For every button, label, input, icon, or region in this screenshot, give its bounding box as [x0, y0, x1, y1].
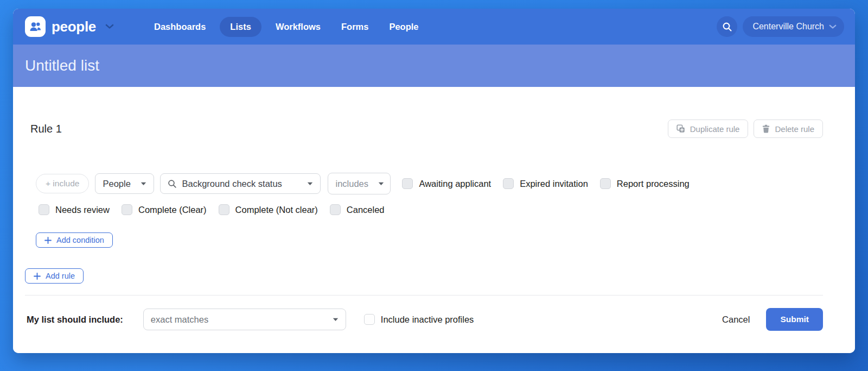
brand[interactable]: people — [25, 16, 114, 37]
condition-row-2: Needs review Complete (Clear) Complete (… — [36, 204, 833, 215]
app-window: people Dashboards Lists Workflows Forms … — [13, 9, 855, 353]
list-footer: My list should include: exact matches In… — [25, 295, 823, 331]
app-wordmark: people — [52, 18, 96, 35]
chevron-down-icon[interactable] — [105, 24, 114, 29]
chevron-down-icon — [378, 182, 384, 186]
operator-select[interactable]: includes — [328, 173, 391, 194]
submit-button[interactable]: Submit — [766, 308, 823, 331]
top-navigation: people Dashboards Lists Workflows Forms … — [13, 9, 855, 45]
delete-rule-label: Delete rule — [775, 124, 814, 134]
option-needs-review[interactable]: Needs review — [39, 204, 110, 215]
search-icon — [168, 179, 177, 188]
duplicate-icon — [676, 124, 685, 133]
nav-right-controls: Centerville Church — [717, 16, 844, 37]
nav-item-workflows[interactable]: Workflows — [269, 17, 327, 37]
search-icon — [722, 22, 732, 32]
add-condition-button[interactable]: Add condition — [36, 232, 113, 248]
duplicate-rule-button[interactable]: Duplicate rule — [668, 120, 749, 138]
add-rule-label: Add rule — [46, 272, 75, 280]
nav-item-people[interactable]: People — [382, 17, 425, 37]
option-report-processing[interactable]: Report processing — [600, 178, 690, 189]
organization-name: Centerville Church — [752, 22, 824, 32]
condition: + include People Background check status — [36, 173, 833, 215]
option-complete-not-clear[interactable]: Complete (Not clear) — [219, 204, 318, 215]
entity-value: People — [103, 179, 130, 189]
option-expired-invitation[interactable]: Expired invitation — [503, 178, 588, 189]
primary-nav: Dashboards Lists Workflows Forms People — [148, 17, 425, 37]
plus-icon — [44, 237, 52, 244]
match-type-value: exact matches — [151, 315, 208, 325]
entity-select[interactable]: People — [95, 173, 154, 194]
field-select[interactable]: Background check status — [160, 173, 321, 194]
match-type-select[interactable]: exact matches — [143, 309, 346, 330]
checkbox[interactable] — [364, 314, 375, 325]
checkbox[interactable] — [503, 178, 514, 189]
plus-icon — [34, 273, 41, 280]
chevron-down-icon — [829, 24, 837, 29]
people-app-logo-icon — [25, 16, 46, 37]
delete-rule-button[interactable]: Delete rule — [754, 120, 823, 138]
page-title: Untitled list — [25, 57, 99, 74]
rule-actions: Duplicate rule Delete rule — [668, 120, 823, 138]
nav-item-dashboards[interactable]: Dashboards — [148, 17, 212, 37]
trash-icon — [762, 124, 770, 133]
cancel-button[interactable]: Cancel — [720, 310, 752, 329]
chevron-down-icon — [333, 318, 339, 322]
option-complete-clear[interactable]: Complete (Clear) — [122, 204, 207, 215]
checkbox[interactable] — [330, 204, 341, 215]
list-include-label: My list should include: — [27, 315, 123, 325]
option-awaiting-applicant[interactable]: Awaiting applicant — [402, 178, 491, 189]
list-rules-editor: Rule 1 Duplicate rule — [13, 87, 855, 353]
rule-title: Rule 1 — [30, 123, 62, 135]
rule-header: Rule 1 Duplicate rule — [30, 120, 823, 138]
chevron-down-icon — [141, 182, 146, 186]
add-condition-label: Add condition — [56, 236, 104, 244]
chevron-down-icon — [307, 182, 313, 186]
condition-row-1: + include People Background check status — [36, 173, 833, 194]
option-canceled[interactable]: Canceled — [330, 204, 385, 215]
field-value: Background check status — [182, 179, 282, 189]
checkbox[interactable] — [600, 178, 611, 189]
checkbox[interactable] — [39, 204, 49, 215]
search-button[interactable] — [717, 16, 737, 37]
include-inactive-profiles-option[interactable]: Include inactive profiles — [364, 314, 474, 325]
duplicate-rule-label: Duplicate rule — [690, 124, 740, 134]
checkbox[interactable] — [219, 204, 229, 215]
include-toggle-button[interactable]: + include — [36, 174, 89, 193]
operator-value: includes — [335, 179, 368, 189]
nav-item-lists[interactable]: Lists — [220, 17, 261, 37]
checkbox[interactable] — [122, 204, 132, 215]
organization-switcher[interactable]: Centerville Church — [743, 16, 844, 37]
page-header: Untitled list — [13, 45, 855, 87]
nav-item-forms[interactable]: Forms — [335, 17, 375, 37]
add-rule-button[interactable]: Add rule — [25, 268, 84, 284]
checkbox[interactable] — [402, 178, 413, 189]
